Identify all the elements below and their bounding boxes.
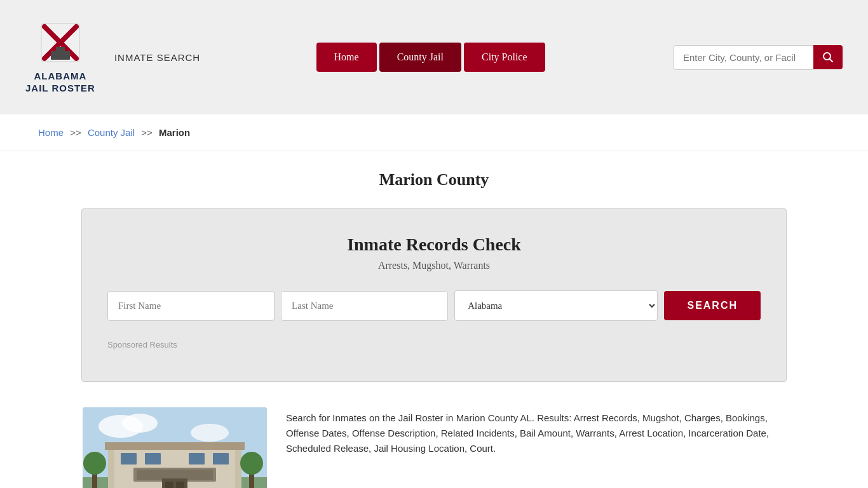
svg-point-10 <box>191 424 229 442</box>
svg-rect-4 <box>56 47 65 52</box>
svg-rect-19 <box>189 453 205 464</box>
sponsored-label: Sponsored Results <box>107 340 761 349</box>
bottom-description: Search for Inmates on the Jail Roster in… <box>286 407 785 456</box>
svg-rect-17 <box>121 453 137 464</box>
svg-rect-23 <box>176 482 184 488</box>
header-search <box>674 45 843 70</box>
breadcrumb-current: Marion <box>159 127 190 138</box>
main-nav: Home County Jail City Police <box>316 43 545 72</box>
svg-rect-3 <box>51 51 70 60</box>
header-search-input[interactable] <box>674 45 813 70</box>
logo-area: ALABAMA JAIL ROSTER <box>25 20 95 95</box>
svg-line-6 <box>830 59 833 62</box>
page-title: Marion County <box>13 170 855 189</box>
breadcrumb-sep1: >> <box>70 127 81 138</box>
last-name-input[interactable] <box>281 291 448 321</box>
nav-county-jail-button[interactable]: County Jail <box>379 43 461 72</box>
records-check-heading: Inmate Records Check <box>107 234 761 255</box>
breadcrumb-sep2: >> <box>141 127 153 138</box>
svg-rect-20 <box>213 453 229 464</box>
svg-rect-22 <box>165 482 173 488</box>
header-search-button[interactable] <box>813 45 843 69</box>
breadcrumb: Home >> County Jail >> Marion <box>0 114 868 151</box>
first-name-input[interactable] <box>107 291 275 321</box>
header-left: ALABAMA JAIL ROSTER INMATE SEARCH <box>25 20 200 95</box>
site-header: ALABAMA JAIL ROSTER INMATE SEARCH Home C… <box>0 0 868 114</box>
records-check-box: Inmate Records Check Arrests, Mugshot, W… <box>81 208 787 382</box>
search-button[interactable]: SEARCH <box>664 291 761 320</box>
breadcrumb-county-jail-link[interactable]: County Jail <box>88 127 135 138</box>
search-icon <box>822 51 834 63</box>
bottom-section: Search for Inmates on the Jail Roster in… <box>0 395 868 488</box>
svg-point-25 <box>83 452 106 475</box>
svg-rect-18 <box>145 453 161 464</box>
page-title-area: Marion County <box>0 151 868 196</box>
svg-point-27 <box>240 452 263 475</box>
breadcrumb-home-link[interactable]: Home <box>38 127 64 138</box>
state-select[interactable]: Alabama Alaska Arizona Arkansas Californ… <box>454 290 658 321</box>
records-check-subtitle: Arrests, Mugshot, Warrants <box>107 260 761 271</box>
svg-rect-14 <box>105 442 245 450</box>
inmate-search-link[interactable]: INMATE SEARCH <box>114 52 200 63</box>
nav-city-police-button[interactable]: City Police <box>464 43 545 72</box>
courthouse-illustration <box>83 407 267 488</box>
nav-home-button[interactable]: Home <box>316 43 377 72</box>
building-image <box>83 407 267 488</box>
logo-text: ALABAMA JAIL ROSTER <box>25 70 95 95</box>
svg-point-9 <box>122 414 158 433</box>
logo-icon <box>38 20 83 65</box>
svg-rect-16 <box>137 470 213 480</box>
inmate-search-form: Alabama Alaska Arizona Arkansas Californ… <box>107 290 761 321</box>
